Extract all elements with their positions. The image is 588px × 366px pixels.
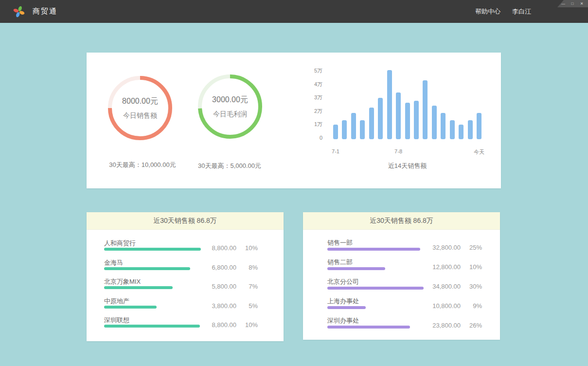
- rank-value: 10,800.00: [432, 302, 461, 310]
- rank-row[interactable]: 销售二部12,800.0010%: [327, 257, 482, 276]
- rank-percent: 9%: [465, 302, 482, 310]
- rank-label: 深圳办事处: [327, 316, 359, 325]
- summary-card: 8000.00元 今日销售额 30天最高：10,000.00元 3000.00元…: [87, 53, 501, 188]
- rank-label: 销售一部: [327, 238, 353, 247]
- bar: [351, 113, 356, 139]
- app-title: 商贸通: [33, 7, 57, 16]
- rank-label: 深圳联想: [104, 316, 129, 325]
- rank-bar: [104, 248, 201, 251]
- bar: [450, 120, 455, 139]
- bar: [396, 92, 401, 139]
- maximize-icon[interactable]: □: [570, 0, 575, 7]
- rank-bar: [327, 326, 410, 329]
- rank-value: 12,800.00: [432, 263, 461, 271]
- rank-value: 3,800.00: [212, 302, 236, 310]
- rank-bar: [327, 306, 366, 309]
- customer-rank-list: 人和商贸行8,800.0010%金海马6,800.008%北京万象MIX5,80…: [87, 230, 284, 334]
- y-tick-label: 2万: [310, 108, 322, 114]
- rank-label: 人和商贸行: [104, 239, 136, 248]
- help-center-link[interactable]: 帮助中心: [475, 7, 500, 16]
- today-sales-value: 8000.00元: [122, 96, 158, 107]
- rank-label: 金海马: [104, 258, 123, 267]
- today-sales-donut: 8000.00元 今日销售额: [107, 75, 173, 141]
- bar: [432, 106, 437, 139]
- today-profit-label: 今日毛利润: [213, 110, 247, 119]
- rank-percent: 25%: [465, 244, 482, 251]
- rank-bar: [327, 267, 385, 270]
- y-tick-label: 4万: [310, 81, 322, 88]
- rank-row[interactable]: 人和商贸行8,800.0010%: [104, 238, 258, 257]
- rank-bar: [104, 325, 200, 328]
- department-rank-list: 销售一部32,800.0025%销售二部12,800.0010%北京分公司34,…: [303, 230, 500, 335]
- rank-bar: [327, 287, 424, 290]
- rank-percent: 10%: [241, 244, 258, 252]
- bar: [360, 120, 365, 139]
- today-profit-value: 3000.00元: [212, 95, 248, 105]
- rank-value: 32,800.00: [432, 244, 461, 251]
- rank-percent: 5%: [241, 302, 258, 310]
- bar: [423, 80, 428, 139]
- customer-rank-title: 近30天销售额 86.8万: [87, 212, 284, 230]
- rank-bar: [327, 248, 420, 251]
- bar: [378, 98, 383, 139]
- department-rank-title: 近30天销售额 86.8万: [303, 212, 500, 230]
- rank-bar: [104, 306, 157, 309]
- rank-percent: 10%: [241, 321, 258, 329]
- rank-value: 6,800.00: [212, 264, 236, 271]
- bar: [333, 125, 338, 139]
- user-name-link[interactable]: 李白江: [512, 7, 531, 16]
- rank-percent: 30%: [465, 283, 482, 290]
- department-rank-card: 近30天销售额 86.8万 销售一部32,800.0025%销售二部12,800…: [303, 212, 500, 340]
- rank-percent: 8%: [241, 264, 258, 271]
- rank-percent: 10%: [465, 263, 482, 271]
- bar: [468, 120, 473, 139]
- rank-label: 北京万象MIX: [104, 277, 141, 286]
- rank-value: 5,800.00: [212, 283, 236, 290]
- rank-label: 销售二部: [327, 258, 353, 267]
- rank-bar: [104, 286, 173, 289]
- today-profit-caption: 30天最高：5,000.00元: [174, 162, 285, 170]
- bar: [414, 101, 419, 139]
- title-bar: 商贸通 帮助中心 李白江: [0, 0, 588, 23]
- rank-percent: 26%: [465, 322, 482, 329]
- x-tick-label: 7-1: [332, 148, 339, 154]
- rank-row[interactable]: 销售一部32,800.0025%: [327, 238, 482, 257]
- x-tick-label: 7-8: [394, 148, 402, 154]
- today-profit-donut: 3000.00元 今日毛利润: [197, 74, 263, 139]
- rank-value: 23,800.00: [432, 322, 461, 329]
- rank-bar: [104, 267, 190, 270]
- sales-14d-bar-chart: 5万4万3万2万1万0 7-17-8今天 近14天销售额: [310, 66, 495, 178]
- bar: [477, 113, 481, 139]
- customer-rank-card: 近30天销售额 86.8万 人和商贸行8,800.0010%金海马6,800.0…: [87, 212, 284, 341]
- rank-row[interactable]: 金海马6,800.008%: [104, 257, 258, 277]
- bar: [369, 108, 374, 139]
- y-tick-label: 3万: [310, 94, 322, 101]
- rank-label: 上海办事处: [327, 297, 359, 306]
- bar: [342, 120, 347, 139]
- today-sales-label: 今日销售额: [123, 111, 157, 120]
- app-logo-icon: [13, 5, 25, 18]
- bar: [387, 70, 392, 139]
- close-icon[interactable]: ✕: [579, 0, 584, 7]
- bar-chart-title: 近14天销售额: [333, 162, 481, 170]
- rank-value: 8,800.00: [212, 321, 236, 329]
- y-tick-label: 1万: [310, 121, 322, 128]
- y-tick-label: 0: [310, 134, 322, 141]
- rank-value: 34,800.00: [432, 283, 461, 290]
- bar: [405, 103, 410, 139]
- rank-row[interactable]: 上海办事处10,800.009%: [327, 296, 482, 315]
- bar-chart-plot-area: 7-17-8今天: [333, 71, 481, 139]
- rank-row[interactable]: 北京万象MIX5,800.007%: [104, 276, 258, 296]
- bar: [441, 113, 445, 139]
- x-tick-label: 今天: [474, 148, 484, 156]
- rank-percent: 7%: [241, 283, 258, 290]
- rank-row[interactable]: 北京分公司34,800.0030%: [327, 276, 482, 296]
- y-tick-label: 5万: [310, 67, 322, 74]
- rank-value: 8,800.00: [212, 244, 236, 252]
- bar: [459, 125, 463, 139]
- rank-label: 中原地产: [104, 297, 129, 306]
- rank-row[interactable]: 深圳办事处23,800.0026%: [327, 315, 482, 335]
- rank-row[interactable]: 中原地产3,800.005%: [104, 296, 258, 315]
- rank-row[interactable]: 深圳联想8,800.0010%: [104, 315, 258, 334]
- rank-label: 北京分公司: [327, 277, 359, 286]
